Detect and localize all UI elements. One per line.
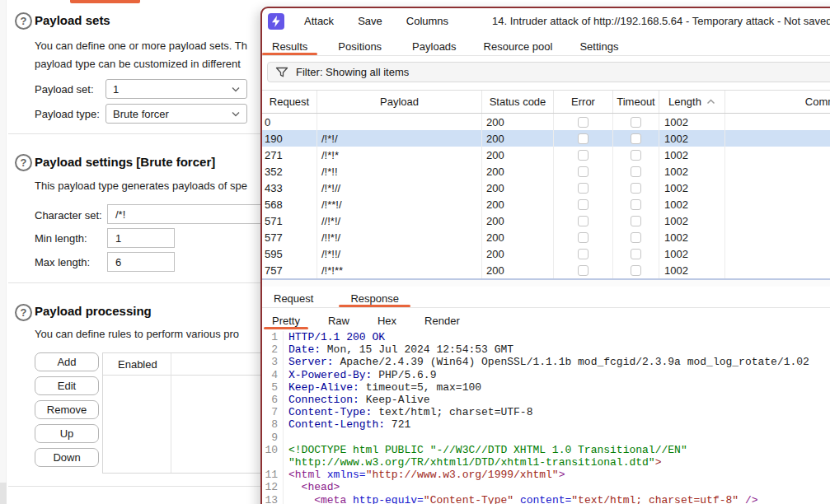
attack-tabs: Results Positions Payloads Resource pool…: [262, 34, 830, 56]
cell-request: 757: [262, 262, 317, 278]
up-button[interactable]: Up: [35, 424, 99, 443]
add-button[interactable]: Add: [35, 352, 99, 371]
cell-payload: /!**!/: [317, 196, 482, 212]
response-editor[interactable]: 1HTTP/1.1 200 OK2Date: Mon, 15 Jul 2024 …: [262, 329, 830, 504]
timeout-checkbox[interactable]: [631, 166, 641, 177]
tab-pretty[interactable]: Pretty: [262, 308, 310, 329]
timeout-checkbox[interactable]: [631, 150, 641, 161]
table-row[interactable]: 568/!**!/2001002: [262, 196, 830, 212]
section-divider: [8, 133, 264, 134]
filter-bar[interactable]: Filter: Showing all items: [267, 62, 830, 82]
line-number: 9: [262, 432, 284, 444]
character-set-input[interactable]: /*!: [107, 204, 272, 224]
cell-error: [554, 262, 613, 278]
timeout-checkbox[interactable]: [631, 199, 641, 210]
timeout-checkbox[interactable]: [631, 216, 641, 226]
help-icon[interactable]: ?: [15, 154, 32, 171]
tab-payloads[interactable]: Payloads: [402, 34, 466, 55]
tab-render[interactable]: Render: [415, 308, 470, 329]
table-row[interactable]: 571//!*!/2001002: [262, 212, 830, 229]
error-checkbox[interactable]: [578, 183, 589, 194]
processing-rules-table[interactable]: Enabled: [102, 352, 264, 474]
horizontal-splitter[interactable]: [262, 278, 830, 287]
table-row[interactable]: 02001002: [262, 114, 830, 130]
timeout-checkbox[interactable]: [631, 232, 641, 243]
tab-response[interactable]: Response: [339, 287, 410, 307]
cell-timeout: [613, 163, 659, 180]
tab-resource-pool[interactable]: Resource pool: [474, 34, 563, 55]
line-content: X-Powered-By: PHP/5.6.9: [284, 369, 436, 381]
timeout-checkbox[interactable]: [631, 183, 641, 194]
cell-error: [554, 196, 613, 212]
code-line: 12 <head>: [262, 481, 830, 493]
tab-positions[interactable]: Positions: [328, 34, 392, 55]
down-button[interactable]: Down: [35, 448, 99, 467]
cell-error: [554, 147, 613, 163]
column-header-request[interactable]: Request: [262, 91, 317, 113]
error-checkbox[interactable]: [578, 117, 589, 128]
error-checkbox[interactable]: [578, 265, 589, 276]
error-checkbox[interactable]: [578, 150, 589, 161]
error-checkbox[interactable]: [578, 232, 589, 243]
timeout-checkbox[interactable]: [631, 265, 641, 276]
cell-timeout: [613, 229, 659, 245]
cell-timeout: [613, 196, 659, 212]
error-checkbox[interactable]: [578, 133, 589, 144]
line-content: Server: Apache/2.4.39 (Win64) OpenSSL/1.…: [284, 356, 809, 368]
help-icon[interactable]: ?: [15, 12, 32, 30]
chevron-down-icon: [232, 111, 240, 117]
remove-button[interactable]: Remove: [35, 400, 99, 419]
table-row[interactable]: 352/!*!!2001002: [262, 163, 830, 180]
table-row[interactable]: 595/!*!!/2001002: [262, 245, 830, 262]
code-line: 6Connection: Keep-Alive: [262, 394, 830, 406]
tab-raw[interactable]: Raw: [318, 308, 359, 329]
code-line: 5Keep-Alive: timeout=5, max=100: [262, 381, 830, 394]
tab-request[interactable]: Request: [262, 287, 325, 307]
filter-wrap: Filter: Showing all items: [262, 56, 830, 90]
line-content: Connection: Keep-Alive: [284, 394, 430, 406]
error-checkbox[interactable]: [578, 199, 589, 210]
error-checkbox[interactable]: [578, 166, 589, 177]
tab-results[interactable]: Results: [262, 34, 317, 55]
table-row[interactable]: 271/!*!*2001002: [262, 147, 830, 163]
left-scroll-thumb[interactable]: [0, 483, 7, 504]
table-row[interactable]: 190/!*!/2001002: [262, 130, 830, 147]
menu-save[interactable]: Save: [349, 12, 391, 30]
table-row[interactable]: 577/!!*!/2001002: [262, 229, 830, 245]
help-icon[interactable]: ?: [15, 304, 32, 321]
column-header-length[interactable]: Length: [659, 91, 725, 113]
line-number: 4: [262, 369, 284, 381]
cell-error: [554, 180, 613, 196]
cell-status-code: 200: [482, 262, 554, 278]
min-length-input[interactable]: 1: [107, 228, 175, 248]
cell-comment: [725, 212, 830, 229]
cell-comment: [725, 147, 830, 163]
cell-request: 568: [262, 196, 317, 212]
column-header-status-code[interactable]: Status code: [482, 91, 554, 113]
line-number: 1: [262, 331, 284, 343]
timeout-checkbox[interactable]: [631, 117, 641, 128]
menu-columns[interactable]: Columns: [398, 12, 457, 30]
results-table-body: 02001002190/!*!/2001002271/!*!*200100235…: [262, 114, 830, 278]
timeout-checkbox[interactable]: [631, 249, 641, 259]
max-length-input[interactable]: 6: [107, 252, 175, 272]
error-checkbox[interactable]: [578, 249, 589, 259]
column-header-payload[interactable]: Payload: [317, 91, 482, 113]
tab-hex[interactable]: Hex: [368, 308, 406, 329]
timeout-checkbox[interactable]: [631, 133, 641, 144]
menu-attack[interactable]: Attack: [296, 12, 342, 30]
chevron-down-icon: [232, 86, 240, 92]
payload-set-select[interactable]: 1: [106, 79, 247, 99]
cell-status-code: 200: [482, 196, 554, 212]
table-row[interactable]: 757/!*!**2001002: [262, 262, 830, 278]
line-number: 13: [262, 494, 284, 504]
column-header-error[interactable]: Error: [554, 91, 613, 113]
error-checkbox[interactable]: [578, 216, 589, 226]
payload-type-select[interactable]: Brute forcer: [106, 104, 247, 124]
column-header-comment[interactable]: Comment: [725, 91, 830, 113]
edit-button[interactable]: Edit: [35, 376, 99, 395]
table-row[interactable]: 433/!*!//2001002: [262, 180, 830, 196]
tab-settings[interactable]: Settings: [570, 34, 628, 55]
column-header-timeout[interactable]: Timeout: [613, 91, 659, 113]
code-line: 4X-Powered-By: PHP/5.6.9: [262, 369, 830, 381]
